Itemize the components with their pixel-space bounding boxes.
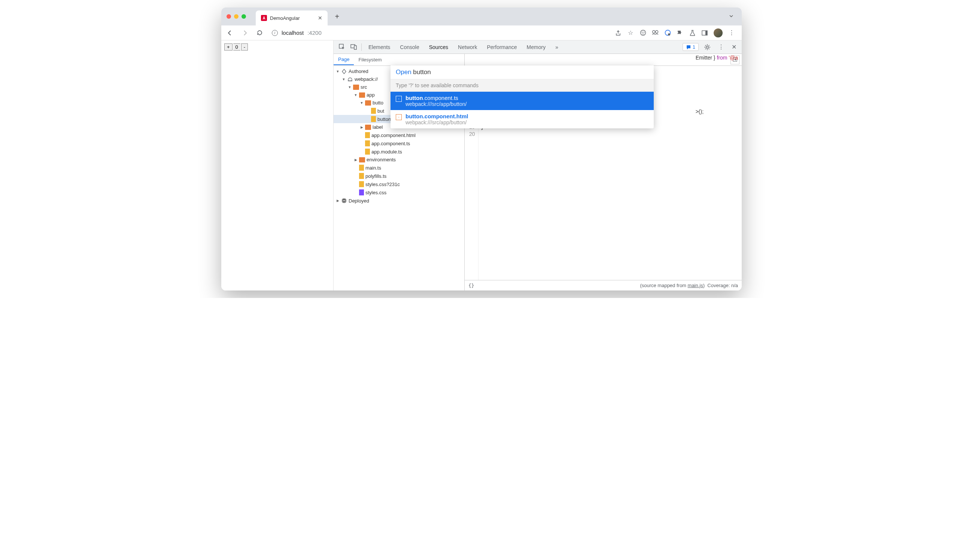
counter-controls: +0-: [224, 44, 330, 50]
file-icon: [365, 140, 370, 146]
file-icon: [359, 181, 364, 187]
tree-app-ts[interactable]: app.component.ts: [334, 139, 464, 147]
chrome-menu-icon[interactable]: ⋮: [728, 29, 735, 36]
increment-button[interactable]: +: [224, 44, 232, 50]
share-icon[interactable]: [615, 29, 621, 36]
file-icon: [359, 189, 364, 196]
tree-deployed[interactable]: ▶Deployed: [334, 196, 464, 205]
profile-avatar[interactable]: [713, 28, 723, 37]
svg-rect-8: [705, 31, 707, 35]
file-icon: [371, 116, 376, 122]
issues-badge[interactable]: 1: [683, 43, 699, 51]
svg-point-3: [653, 30, 655, 33]
angular-favicon: A: [261, 15, 267, 21]
forward-button[interactable]: [240, 28, 250, 38]
file-icon: [365, 149, 370, 155]
browser-window: A DemoAngular ✕ + i localhost:4200 ☆ ⋮: [221, 8, 742, 290]
extension-icon-1[interactable]: [639, 29, 646, 36]
tab-sources[interactable]: Sources: [425, 42, 453, 52]
folder-icon: [359, 157, 365, 162]
tab-console[interactable]: Console: [396, 42, 423, 52]
editor-area: Emitter } from '@a>(); 11121314151617181…: [465, 54, 742, 290]
source-map-link[interactable]: main.js: [688, 283, 703, 288]
subtab-page[interactable]: Page: [334, 54, 354, 65]
url-field[interactable]: i localhost:4200: [269, 29, 610, 36]
devtools-tabs: Elements Console Sources Network Perform…: [334, 40, 742, 54]
folder-icon: [353, 84, 359, 90]
file-icon: [359, 173, 364, 179]
labs-flask-icon[interactable]: [689, 29, 696, 36]
counter-value: 0: [233, 44, 240, 50]
folder-icon: [365, 125, 371, 130]
subtab-filesystem[interactable]: Filesystem: [354, 55, 386, 65]
tree-styles[interactable]: styles.css: [334, 188, 464, 196]
devtools-body: Page Filesystem ▼Authored ▼webpack:// ▼s…: [334, 54, 742, 290]
tab-elements[interactable]: Elements: [364, 42, 395, 52]
folder-icon: [359, 92, 365, 98]
extension-icon-3[interactable]: [664, 29, 671, 36]
content-area: +0- Elements Console Sources Network Per…: [221, 40, 742, 290]
new-tab-button[interactable]: +: [335, 12, 340, 21]
folder-icon: [365, 100, 371, 105]
browser-tab[interactable]: A DemoAngular ✕: [256, 10, 327, 26]
file-type-icon: ◦: [396, 114, 402, 120]
tab-network[interactable]: Network: [454, 42, 481, 52]
page-content: +0-: [221, 40, 334, 290]
quick-open-result-1[interactable]: ◦ button.component.tswebpack:///src/app/…: [391, 92, 654, 110]
decrement-button[interactable]: -: [241, 44, 248, 50]
svg-point-4: [656, 30, 658, 33]
tab-memory[interactable]: Memory: [522, 42, 550, 52]
devtools-menu-icon[interactable]: ⋮: [716, 42, 726, 52]
url-host: localhost: [282, 29, 304, 36]
devtools-panel: Elements Console Sources Network Perform…: [334, 40, 742, 290]
pretty-print-button[interactable]: {}: [469, 283, 474, 288]
editor-status-bar: {} (source mapped from main.js) Coverage…: [465, 280, 742, 290]
url-port: :4200: [307, 29, 322, 36]
close-devtools-icon[interactable]: ✕: [730, 42, 739, 52]
titlebar: A DemoAngular ✕ +: [221, 8, 742, 26]
quick-open-hint: Type '?' to see available commands: [391, 79, 654, 92]
bookmark-star-icon[interactable]: ☆: [627, 29, 634, 36]
svg-point-1: [641, 32, 642, 33]
extension-icon-2[interactable]: [652, 29, 658, 36]
toolbar-icons: ☆ ⋮: [615, 28, 738, 37]
tree-app-html[interactable]: app.component.html: [334, 131, 464, 139]
sources-subtabs: Page Filesystem: [334, 54, 464, 66]
file-icon: [371, 108, 376, 114]
inspect-element-icon[interactable]: [337, 42, 347, 52]
back-button[interactable]: [225, 28, 235, 38]
tab-more[interactable]: »: [551, 42, 563, 52]
reload-button[interactable]: [255, 28, 264, 37]
address-bar: i localhost:4200 ☆ ⋮: [221, 26, 742, 40]
svg-rect-11: [354, 46, 357, 49]
close-tab-icon[interactable]: ✕: [318, 15, 323, 21]
tree-main-ts[interactable]: main.ts: [334, 163, 464, 172]
file-type-icon: ◦: [396, 96, 402, 102]
status-info: (source mapped from main.js) Coverage: n…: [640, 283, 738, 288]
svg-point-2: [643, 32, 644, 33]
extensions-puzzle-icon[interactable]: [676, 29, 683, 36]
tree-styles-q[interactable]: styles.css?231c: [334, 180, 464, 188]
svg-point-12: [706, 46, 708, 48]
side-panel-icon[interactable]: [701, 29, 708, 36]
device-toolbar-icon[interactable]: [348, 42, 359, 52]
tree-app-module[interactable]: app.module.ts: [334, 147, 464, 156]
tab-list-dropdown[interactable]: [726, 11, 736, 21]
tab-performance[interactable]: Performance: [482, 42, 521, 52]
quick-open-input[interactable]: Open button: [391, 65, 654, 79]
site-info-icon[interactable]: i: [272, 30, 278, 36]
traffic-lights: [227, 14, 246, 19]
svg-point-0: [640, 30, 645, 36]
file-icon: [365, 132, 370, 138]
minimize-window-button[interactable]: [234, 14, 238, 19]
tree-environments[interactable]: ▶environments: [334, 156, 464, 163]
maximize-window-button[interactable]: [242, 14, 246, 19]
file-icon: [359, 165, 364, 171]
svg-point-6: [668, 33, 670, 36]
quick-open-popup: Open button Type '?' to see available co…: [391, 65, 654, 128]
close-window-button[interactable]: [227, 14, 231, 19]
settings-gear-icon[interactable]: [702, 42, 713, 52]
tab-title: DemoAngular: [270, 15, 300, 21]
tree-polyfills[interactable]: polyfills.ts: [334, 172, 464, 180]
quick-open-result-2[interactable]: ◦ button.component.htmlwebpack:///src/ap…: [391, 110, 654, 128]
